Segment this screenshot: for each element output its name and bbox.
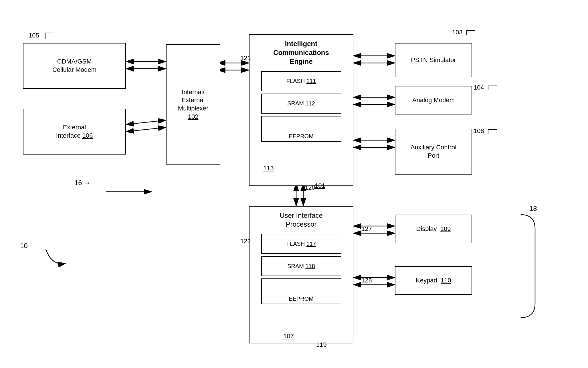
ref-120: 120 <box>305 184 315 191</box>
uip-label: User InterfaceProcessor <box>280 211 323 229</box>
ref-127: 127 <box>361 225 372 233</box>
pstn-label: PSTN Simulator <box>411 56 456 64</box>
svg-line-7 <box>126 127 166 132</box>
external-interface-label: ExternalInterface 106 <box>56 123 93 140</box>
ref-104: 104 <box>474 84 501 92</box>
diagram: 105 CDMA/GSMCellular Modem ExternalInter… <box>0 0 588 368</box>
ref-103: 103 <box>452 29 480 36</box>
eeprom-107-label: EEPROM <box>289 296 314 302</box>
external-interface-box: ExternalInterface 106 <box>23 109 126 155</box>
ice-label: IntelligentCommunicationsEngine <box>273 39 329 66</box>
svg-line-6 <box>126 120 166 124</box>
eeprom-113-label: EEPROM <box>289 133 314 140</box>
keypad-box: Keypad 110 <box>395 266 472 295</box>
label-10: 10 <box>20 242 28 250</box>
ref-105: 105 <box>29 31 60 40</box>
cdma-gsm-label: CDMA/GSMCellular Modem <box>52 58 96 74</box>
ref-18: 18 <box>529 205 537 213</box>
multiplexer-box: Internal/ExternalMultiplexer102 <box>166 44 220 165</box>
ref-108: 108 <box>474 127 501 135</box>
label-16: 16 → <box>74 179 91 187</box>
eeprom-113-box: EEPROM <box>261 116 341 142</box>
uip-box: User InterfaceProcessor FLASH 117 SRAM 1… <box>249 206 353 343</box>
flash-117-label: FLASH 117 <box>286 241 316 247</box>
ref-122: 122 <box>240 238 251 245</box>
flash-111-box: FLASH 111 <box>261 71 341 91</box>
ref-107: 107 <box>283 333 294 340</box>
aux-control-label: Auxiliary ControlPort <box>411 143 456 160</box>
ice-box: IntelligentCommunicationsEngine FLASH 11… <box>249 34 353 186</box>
sram-112-box: SRAM 112 <box>261 94 341 114</box>
display-box: Display 109 <box>395 215 472 243</box>
ref-119: 119 <box>316 341 327 349</box>
sram-118-label: SRAM 118 <box>287 263 315 270</box>
ref-113: 113 <box>263 165 274 172</box>
aux-control-box: Auxiliary ControlPort <box>395 129 472 175</box>
ref-101: 101 <box>315 182 325 189</box>
pstn-box: PSTN Simulator <box>395 43 472 77</box>
display-label: Display 109 <box>416 225 451 233</box>
eeprom-107-box: EEPROM <box>261 278 341 304</box>
flash-117-box: FLASH 117 <box>261 234 341 254</box>
ref-121: 121 <box>240 54 251 62</box>
ref-128: 128 <box>361 277 372 284</box>
analog-modem-label: Analog Modem <box>412 96 455 104</box>
keypad-label: Keypad 110 <box>416 276 451 285</box>
sram-118-box: SRAM 118 <box>261 256 341 276</box>
sram-112-label: SRAM 112 <box>287 100 315 107</box>
analog-modem-box: Analog Modem <box>395 86 472 114</box>
flash-111-label: FLASH 111 <box>286 78 316 84</box>
multiplexer-label: Internal/ExternalMultiplexer102 <box>178 88 208 121</box>
cdma-gsm-box: CDMA/GSMCellular Modem <box>23 43 126 89</box>
